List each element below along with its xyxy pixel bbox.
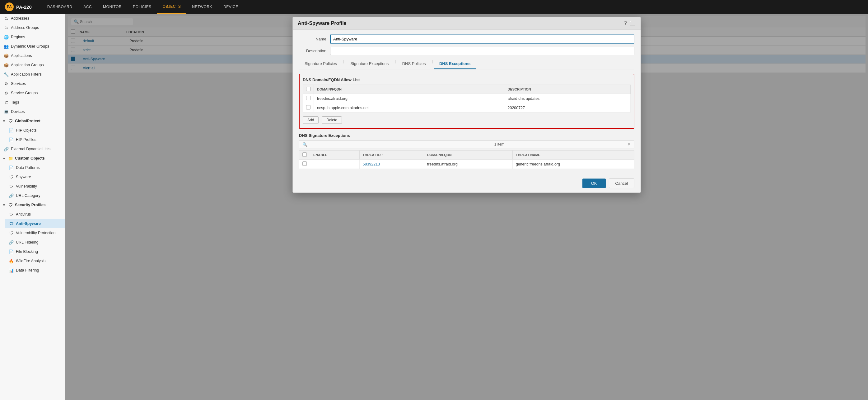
dns-domain-section: DNS Domain/FQDN Allow List DOMAIN/FQDN [299, 74, 634, 129]
nav-device[interactable]: DEVICE [218, 0, 244, 14]
sidebar-group-custom-objects[interactable]: ▼ 📁 Custom Objects [0, 154, 65, 163]
col-enable: ENABLE [310, 151, 360, 160]
sig-select-all-checkbox[interactable] [302, 152, 307, 157]
dns-row-1[interactable]: freedns.afraid.org afraid dns updates [303, 94, 631, 103]
sig-search-icon: 🔍 [302, 142, 307, 147]
wildfire-analysis-icon: 🔥 [9, 258, 14, 264]
tab-signature-exceptions[interactable]: Signature Exceptions [345, 59, 394, 69]
sidebar-item-devices[interactable]: 💻 Devices [0, 107, 65, 116]
sig-row-1[interactable]: 58392213 freedns.afraid.org generic:free… [299, 160, 634, 169]
dns-domain-title: DNS Domain/FQDN Allow List [303, 78, 631, 82]
anti-spyware-modal: Anti-Spyware Profile ? ⬜ Name Desc [292, 17, 641, 193]
sidebar-item-label: Antivirus [16, 212, 31, 216]
dns-desc-1: afraid dns updates [504, 94, 631, 103]
url-category-icon: 🔗 [9, 193, 14, 198]
sidebar-item-antivirus[interactable]: 🛡 Antivirus [5, 210, 65, 219]
hip-objects-icon: 📄 [9, 128, 14, 133]
nav-policies[interactable]: POLICIES [127, 0, 157, 14]
description-input[interactable] [330, 47, 634, 55]
sidebar-item-service-groups[interactable]: ⚙ Service Groups [0, 88, 65, 98]
modal-header: Anti-Spyware Profile ? ⬜ [293, 17, 641, 30]
col-threat-name: THREAT NAME [513, 151, 634, 160]
nav-acc[interactable]: ACC [78, 0, 97, 14]
tab-dns-policies[interactable]: DNS Policies [397, 59, 432, 69]
sidebar-item-hip-objects[interactable]: 📄 HIP Objects [5, 126, 65, 135]
sidebar-item-label: Address Groups [11, 26, 39, 30]
sidebar-group-security-profiles[interactable]: ▼ 🛡 Security Profiles [0, 200, 65, 210]
tags-icon: 🏷 [4, 100, 9, 105]
file-blocking-icon: 📄 [9, 249, 14, 254]
nav-dashboard[interactable]: DASHBOARD [42, 0, 78, 14]
dns-domain-table-wrap[interactable]: DOMAIN/FQDN DESCRIPTION freedns.afraid.o… [303, 85, 631, 113]
sidebar-item-anti-spyware[interactable]: 🛡 Anti-Spyware [5, 219, 65, 228]
help-icon[interactable]: ? [624, 21, 627, 26]
sidebar-item-data-filtering[interactable]: 📊 Data Filtering [5, 266, 65, 275]
dns-signature-section: DNS Signature Exceptions 🔍 1 item ✕ [299, 133, 634, 169]
dns-desc-2: 20200727 [504, 103, 631, 113]
top-nav: PA PA-220 DASHBOARD ACC MONITOR POLICIES… [0, 0, 868, 14]
sidebar-item-address-groups[interactable]: 🗂 Address Groups [0, 23, 65, 32]
dns-domain-actions: Add Delete [303, 115, 631, 125]
sidebar-item-vulnerability[interactable]: 🛡 Vulnerability [5, 182, 65, 191]
sidebar-item-label: Application Groups [11, 63, 44, 67]
cancel-button[interactable]: Cancel [609, 179, 634, 188]
sidebar-item-label: WildFire Analysis [16, 259, 45, 263]
services-icon: ⚙ [4, 81, 9, 86]
external-dynamic-lists-icon: 🔗 [4, 147, 9, 152]
sidebar-item-wildfire-analysis[interactable]: 🔥 WildFire Analysis [5, 256, 65, 266]
row-checkbox-2[interactable] [306, 105, 310, 110]
description-label: Description [299, 49, 330, 53]
nav-objects[interactable]: OBJECTS [157, 0, 186, 14]
sidebar-item-applications[interactable]: 📦 Applications [0, 51, 65, 60]
sidebar-item-url-category[interactable]: 🔗 URL Category [5, 191, 65, 200]
sig-search-input[interactable] [309, 142, 371, 147]
spyware-icon: 🛡 [9, 175, 14, 180]
sidebar-item-tags[interactable]: 🏷 Tags [0, 98, 65, 107]
sidebar-item-url-filtering[interactable]: 🔗 URL Filtering [5, 238, 65, 247]
sidebar-item-external-dynamic-lists[interactable]: 🔗 External Dynamic Lists [0, 144, 65, 154]
select-all-dns-checkbox[interactable] [306, 87, 310, 91]
dns-row-2[interactable]: ocsp-lb.apple.com.akadns.net 20200727 [303, 103, 631, 113]
sidebar-item-label: HIP Objects [16, 128, 36, 132]
modal-header-icons: ? ⬜ [624, 20, 636, 26]
sidebar-item-spyware[interactable]: 🛡 Spyware [5, 172, 65, 182]
tab-separator: | [343, 59, 344, 69]
ok-button[interactable]: OK [582, 179, 606, 188]
sidebar-item-label: Regions [11, 35, 25, 39]
name-input[interactable] [330, 34, 634, 43]
nav-monitor[interactable]: MONITOR [97, 0, 127, 14]
sidebar-item-label: Spyware [16, 175, 31, 179]
sidebar-item-label: External Dynamic Lists [11, 147, 51, 151]
sig-enable-1 [310, 160, 360, 169]
add-btn[interactable]: Add [303, 116, 318, 124]
col-threat-id[interactable]: THREAT ID [359, 151, 424, 160]
sidebar-item-regions[interactable]: 🌐 Regions [0, 32, 65, 42]
sidebar-item-dynamic-user-groups[interactable]: 👥 Dynamic User Groups [0, 42, 65, 51]
tab-signature-policies[interactable]: Signature Policies [299, 59, 343, 69]
sidebar-item-hip-profiles[interactable]: 📄 HIP Profiles [5, 135, 65, 144]
sidebar-item-services[interactable]: ⚙ Services [0, 79, 65, 88]
sidebar-item-file-blocking[interactable]: 📄 File Blocking [5, 247, 65, 256]
sidebar-item-application-filters[interactable]: 🔧 Application Filters [0, 70, 65, 79]
row-checkbox-1[interactable] [306, 96, 310, 100]
sidebar-group-globalprotect[interactable]: ▼ 🛡 GlobalProtect [0, 116, 65, 126]
sidebar-item-label: Anti-Spyware [16, 221, 41, 226]
description-field-row: Description [299, 47, 634, 55]
sig-row-checkbox[interactable] [302, 161, 307, 166]
sidebar-item-data-patterns[interactable]: 📄 Data Patterns [5, 163, 65, 172]
sidebar-item-vulnerability-protection[interactable]: 🛡 Vulnerability Protection [5, 228, 65, 238]
modal-tabs: Signature Policies | Signature Exception… [299, 59, 634, 69]
tab-dns-exceptions[interactable]: DNS Exceptions [434, 59, 476, 69]
sidebar-item-application-groups[interactable]: 📦 Application Groups [0, 60, 65, 70]
sidebar-item-label: Tags [11, 100, 19, 104]
sig-threat-id-1[interactable]: 58392213 [359, 160, 424, 169]
col-checkbox [303, 85, 314, 94]
maximize-icon[interactable]: ⬜ [629, 20, 636, 26]
nav-network[interactable]: NETWORK [186, 0, 218, 14]
modal-body: Name Description Signature Policies | Si… [293, 30, 641, 174]
sidebar-item-addresses[interactable]: 🗂 Addresses [0, 14, 65, 23]
applications-icon: 📦 [4, 53, 9, 58]
sig-search-close-icon[interactable]: ✕ [627, 142, 631, 147]
sidebar-group-label: GlobalProtect [15, 119, 40, 123]
delete-btn[interactable]: Delete [322, 116, 342, 124]
